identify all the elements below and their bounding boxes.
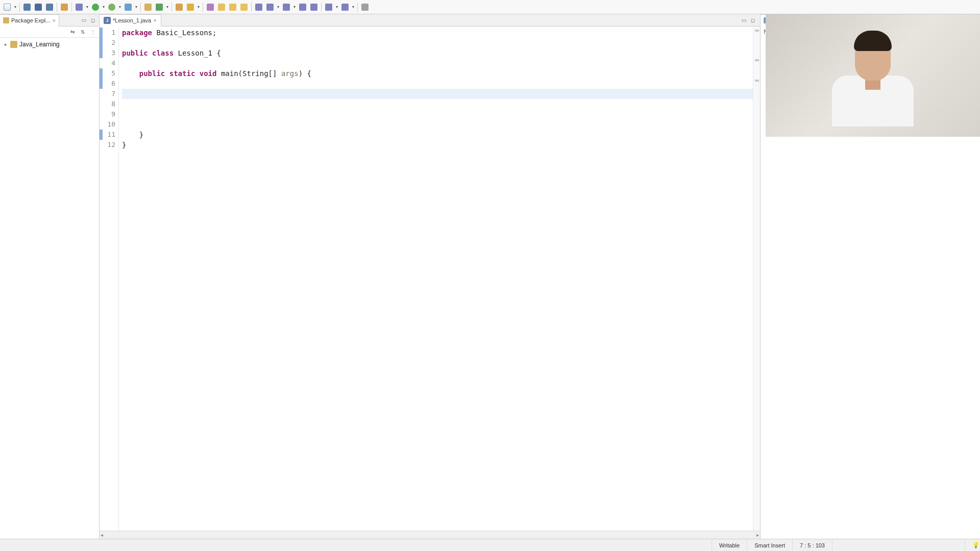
package-explorer-tab[interactable]: Package Expl... × bbox=[0, 14, 59, 27]
fwd-history-dropdown[interactable]: ▾ bbox=[351, 5, 355, 9]
status-empty bbox=[832, 539, 965, 551]
tree-item-label: Java_Learning bbox=[19, 41, 60, 48]
package-explorer-toolbar: ⇆ ⇅ ⋮ bbox=[0, 27, 99, 38]
debug-menu-button[interactable] bbox=[74, 2, 84, 12]
workbench: Package Expl... × ▭ ◻ ⇆ ⇅ ⋮ ▸ Java_Learn… bbox=[0, 14, 980, 539]
line-number-gutter: 123456789101112 bbox=[100, 27, 119, 531]
back-history-button[interactable] bbox=[324, 2, 334, 12]
status-insert-mode: Smart Insert bbox=[747, 539, 792, 551]
editor-tab[interactable]: J *Lesson_1.java × bbox=[100, 14, 161, 27]
view-menu-button[interactable]: ⋮ bbox=[89, 28, 97, 36]
debug-dropdown[interactable]: ▾ bbox=[85, 5, 89, 9]
ext-tools-button[interactable] bbox=[123, 2, 133, 12]
package-explorer-view: Package Expl... × ▭ ◻ ⇆ ⇅ ⋮ ▸ Java_Learn… bbox=[0, 14, 100, 539]
java-file-icon: J bbox=[104, 17, 111, 24]
refresh-dropdown[interactable]: ▾ bbox=[165, 5, 169, 9]
search-button[interactable] bbox=[185, 2, 195, 12]
status-cursor-position: 7 : 5 : 103 bbox=[792, 539, 832, 551]
run-dropdown[interactable]: ▾ bbox=[102, 5, 106, 9]
prev-annotation-button[interactable] bbox=[265, 2, 275, 12]
editor-tab-title: *Lesson_1.java bbox=[113, 17, 151, 23]
save-button[interactable] bbox=[22, 2, 32, 12]
open-type-button[interactable] bbox=[174, 2, 184, 12]
save-all-button[interactable] bbox=[33, 2, 43, 12]
link-button[interactable] bbox=[59, 2, 69, 12]
pin-editor-button[interactable] bbox=[360, 2, 370, 12]
coverage-dropdown[interactable]: ▾ bbox=[118, 5, 122, 9]
minimize-view-button[interactable]: ▭ bbox=[80, 16, 88, 24]
status-writable: Writable bbox=[712, 539, 747, 551]
link-editor-button[interactable]: ⇅ bbox=[79, 28, 87, 36]
collapse-all-button[interactable]: ⇆ bbox=[68, 28, 77, 36]
maximize-editor-button[interactable]: ◻ bbox=[749, 16, 757, 24]
coverage-button[interactable] bbox=[107, 2, 117, 12]
scroll-left-icon[interactable]: ◂ bbox=[101, 532, 103, 538]
last-edit-dropdown[interactable]: ▾ bbox=[292, 5, 297, 9]
package-explorer-title: Package Expl... bbox=[11, 17, 50, 23]
next-annotation-button[interactable] bbox=[254, 2, 264, 12]
project-tree: ▸ Java_Learning bbox=[0, 38, 99, 539]
back-history-dropdown[interactable]: ▾ bbox=[335, 5, 339, 9]
main-toolbar: ▾ ▾ ▾ ▾ ▾ ▾ ▾ ▾ ▾ ▾ ▾ bbox=[0, 0, 980, 14]
person-silhouette bbox=[832, 24, 914, 127]
editor-tabbar: J *Lesson_1.java × ▭ ◻ bbox=[100, 14, 760, 27]
forward-button[interactable] bbox=[309, 2, 319, 12]
close-icon[interactable]: × bbox=[153, 17, 156, 23]
status-bar: Writable Smart Insert 7 : 5 : 103 💡 bbox=[0, 539, 980, 551]
toggle-ws-button[interactable] bbox=[239, 2, 249, 12]
tree-item-project[interactable]: ▸ Java_Learning bbox=[0, 40, 99, 49]
java-project-icon bbox=[10, 41, 17, 48]
new-package-button[interactable] bbox=[143, 2, 153, 12]
toggle-block-button[interactable] bbox=[228, 2, 238, 12]
chevron-right-icon[interactable]: ▸ bbox=[3, 42, 8, 47]
code-content[interactable]: package Basic_Lessons;public class Lesso… bbox=[119, 27, 753, 531]
package-explorer-tabbar: Package Expl... × ▭ ◻ bbox=[0, 14, 99, 27]
annotation-dropdown[interactable]: ▾ bbox=[276, 5, 280, 9]
overview-ruler[interactable] bbox=[753, 27, 760, 531]
run-button[interactable] bbox=[90, 2, 101, 12]
close-icon[interactable]: × bbox=[52, 17, 55, 23]
status-tip-icon[interactable]: 💡 bbox=[965, 539, 980, 551]
editor-horizontal-scrollbar[interactable]: ◂ ▸ bbox=[100, 531, 760, 539]
editor-area: J *Lesson_1.java × ▭ ◻ 123456789101112 p… bbox=[100, 14, 761, 539]
new-dropdown[interactable]: ▾ bbox=[13, 5, 17, 9]
webcam-overlay bbox=[766, 14, 980, 137]
back-button[interactable] bbox=[298, 2, 308, 12]
ext-tools-dropdown[interactable]: ▾ bbox=[134, 5, 138, 9]
toggle-mark-button[interactable] bbox=[216, 2, 227, 12]
package-icon bbox=[3, 17, 9, 23]
last-edit-button[interactable] bbox=[281, 2, 291, 12]
fwd-history-button[interactable] bbox=[340, 2, 350, 12]
new-button[interactable] bbox=[2, 2, 12, 12]
maximize-view-button[interactable]: ◻ bbox=[89, 16, 97, 24]
minimize-editor-button[interactable]: ▭ bbox=[740, 16, 748, 24]
refresh-button[interactable] bbox=[154, 2, 164, 12]
search-dropdown[interactable]: ▾ bbox=[197, 5, 201, 9]
scroll-right-icon[interactable]: ▸ bbox=[756, 532, 759, 538]
code-editor[interactable]: 123456789101112 package Basic_Lessons;pu… bbox=[100, 27, 760, 531]
wizard-button[interactable] bbox=[205, 2, 215, 12]
print-button[interactable] bbox=[44, 2, 55, 12]
